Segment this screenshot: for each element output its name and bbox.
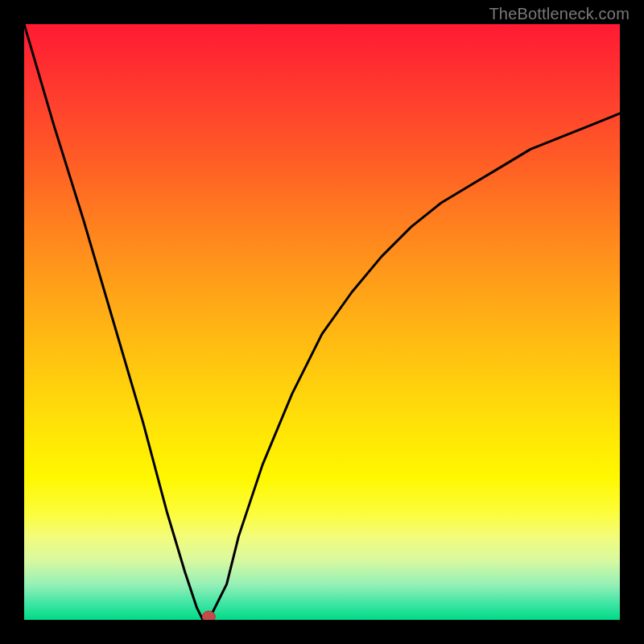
- optimum-marker: [202, 611, 215, 620]
- watermark-text: TheBottleneck.com: [489, 5, 630, 23]
- chart-plot-area: [24, 24, 620, 620]
- chart-svg: [24, 24, 620, 620]
- bottleneck-curve: [24, 24, 620, 620]
- chart-frame: TheBottleneck.com: [0, 0, 644, 644]
